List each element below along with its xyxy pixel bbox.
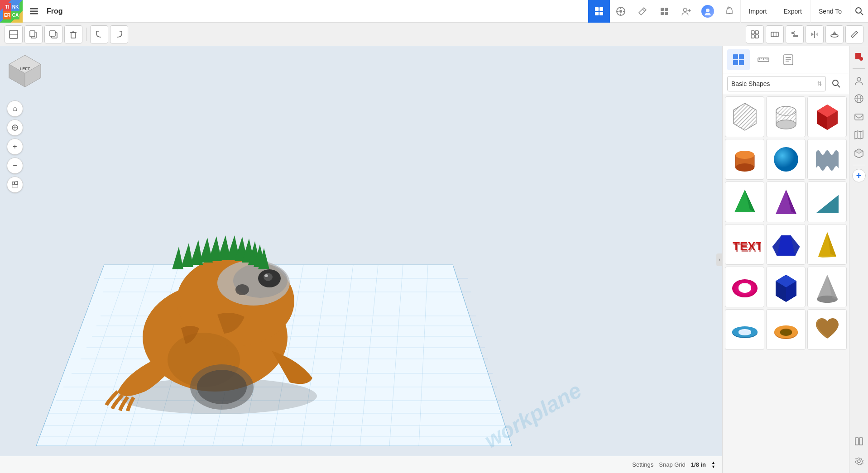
shapes-selector-bar: Basic Shapes ⇅: [723, 73, 849, 94]
tab-notes[interactable]: [777, 49, 800, 70]
ungroup-tool[interactable]: [766, 25, 784, 43]
group-tool[interactable]: [746, 25, 764, 43]
svg-point-116: [235, 284, 249, 295]
zoom-out-button[interactable]: −: [7, 158, 23, 174]
frog-model: [82, 201, 362, 419]
nav-add-user-button[interactable]: [675, 0, 697, 23]
align-tool[interactable]: [786, 25, 804, 43]
shape-cylinder[interactable]: [725, 139, 764, 180]
shape-sphere[interactable]: [766, 139, 806, 180]
workplane-tool[interactable]: [5, 25, 23, 43]
shapes-search-button[interactable]: [828, 76, 844, 92]
shape-wedge[interactable]: [807, 182, 847, 222]
svg-rect-127: [784, 55, 793, 65]
add-shape-button[interactable]: +: [852, 169, 866, 182]
far-right-panel: +: [849, 46, 868, 473]
dropdown-arrow-icon: ⇅: [817, 81, 822, 87]
svg-line-13: [643, 9, 645, 11]
shape-torus-flat[interactable]: [725, 309, 764, 350]
svg-point-146: [735, 163, 754, 172]
svg-rect-6: [599, 12, 603, 15]
svg-point-198: [858, 460, 860, 463]
main-area: LEFT ⌂ + −: [0, 46, 868, 473]
settings-link[interactable]: Settings: [632, 461, 653, 468]
svg-rect-31: [50, 31, 55, 36]
shape-ring-orange[interactable]: [766, 309, 806, 350]
shape-cylinder-hole[interactable]: [766, 96, 806, 137]
globe-icon[interactable]: [851, 91, 867, 107]
svg-rect-15: [665, 8, 668, 11]
minecraft-icon[interactable]: [851, 145, 867, 161]
panel-collapse-button[interactable]: ›: [716, 253, 723, 266]
redo-tool[interactable]: [110, 25, 128, 43]
svg-point-21: [706, 9, 710, 12]
svg-line-50: [853, 33, 854, 34]
nav-grid-button[interactable]: [588, 0, 610, 23]
nav-notifications-button[interactable]: [719, 0, 740, 23]
tab-ruler[interactable]: [752, 49, 775, 70]
svg-rect-3: [595, 7, 599, 11]
svg-marker-165: [818, 232, 836, 258]
nav-gallery-button[interactable]: [610, 0, 632, 23]
ruler-tool[interactable]: [845, 25, 863, 43]
mirror-tool[interactable]: [806, 25, 824, 43]
svg-marker-195: [855, 149, 863, 153]
paint-icon[interactable]: [851, 48, 867, 65]
snap-grid-label: Snap Grid: [659, 461, 686, 468]
import-button[interactable]: Import: [740, 0, 775, 23]
bottom-statusbar: Settings Snap Grid 1/8 in ▲ ▼: [0, 456, 722, 473]
zoom-in-button[interactable]: +: [7, 139, 23, 155]
viewport[interactable]: LEFT ⌂ + −: [0, 46, 722, 473]
shape-box-hole[interactable]: [725, 96, 764, 137]
svg-point-185: [859, 57, 863, 61]
sendto-button[interactable]: Send To: [810, 0, 850, 23]
svg-rect-16: [661, 12, 664, 15]
nav-blocks-button[interactable]: [653, 0, 675, 23]
svg-rect-29: [30, 31, 35, 37]
flatten-tool[interactable]: [825, 25, 844, 43]
nav-tools-button[interactable]: [632, 0, 653, 23]
shape-torus-pink[interactable]: [725, 267, 764, 307]
panel-tabs: [723, 46, 849, 73]
copy-tool[interactable]: [24, 25, 43, 43]
project-title[interactable]: Frog: [47, 7, 326, 15]
tab-shapes[interactable]: [727, 49, 750, 70]
toolbar: [0, 23, 868, 46]
shape-box-solid[interactable]: [807, 96, 847, 137]
duplicate-tool[interactable]: [44, 25, 62, 43]
shape-heart[interactable]: [807, 309, 847, 350]
perspective-button[interactable]: [7, 177, 23, 193]
map-icon[interactable]: [851, 127, 867, 143]
home-view-button[interactable]: ⌂: [7, 100, 23, 117]
shape-pyramid-purple[interactable]: [766, 182, 806, 222]
gear-settings-icon[interactable]: [851, 453, 867, 469]
shape-prism[interactable]: [766, 224, 806, 265]
svg-rect-120: [739, 60, 744, 65]
logo[interactable]: TI NK ER CA: [0, 0, 23, 23]
fit-view-button[interactable]: [7, 119, 23, 136]
export-button[interactable]: Export: [775, 0, 810, 23]
shape-text3d[interactable]: TEXT TEXT: [725, 224, 764, 265]
search-button[interactable]: [850, 0, 868, 23]
svg-rect-118: [739, 54, 744, 59]
logo-cell-ti: TI: [3, 3, 11, 11]
nav-profile-button[interactable]: [697, 0, 719, 23]
view-cube[interactable]: LEFT: [7, 53, 43, 89]
svg-rect-14: [661, 8, 664, 11]
svg-point-179: [739, 330, 751, 335]
design-list-button[interactable]: [25, 0, 43, 23]
shape-cone[interactable]: [807, 267, 847, 307]
snap-grid-arrows[interactable]: ▲ ▼: [711, 461, 715, 469]
shape-pyramid-yellow[interactable]: [807, 224, 847, 265]
community-icon[interactable]: [851, 72, 867, 89]
shape-pyramid-green[interactable]: [725, 182, 764, 222]
outlook-icon[interactable]: [851, 109, 867, 125]
shape-wave[interactable]: [807, 139, 847, 180]
undo-tool[interactable]: [90, 25, 108, 43]
delete-tool[interactable]: [64, 25, 82, 43]
split-view-icon[interactable]: [851, 433, 867, 449]
cube-top-label: LEFT: [20, 67, 30, 71]
shapes-category-dropdown[interactable]: Basic Shapes ⇅: [727, 76, 826, 91]
shape-box-blue[interactable]: [766, 267, 806, 307]
svg-rect-4: [599, 7, 603, 11]
